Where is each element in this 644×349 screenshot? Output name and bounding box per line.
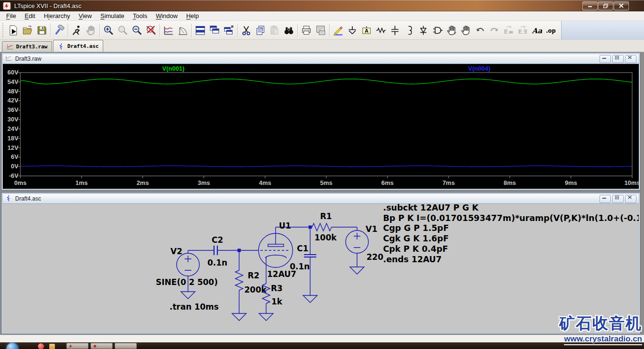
- spice-directive-line[interactable]: Cpk P K 0.4pF: [383, 244, 448, 254]
- save-icon[interactable]: [35, 23, 49, 37]
- diode-icon[interactable]: [416, 23, 430, 37]
- waveform-window-titlebar[interactable]: Draft3.raw: [2, 54, 639, 64]
- capacitor-icon[interactable]: [388, 23, 402, 37]
- zoom-area-icon[interactable]: [116, 23, 130, 37]
- run-icon[interactable]: [6, 23, 20, 37]
- schematic-window-titlebar[interactable]: Draft4.asc: [2, 193, 639, 204]
- drag-icon[interactable]: [459, 23, 473, 37]
- cut-icon[interactable]: [239, 23, 253, 37]
- taskbar-button-ltspice[interactable]: [66, 343, 89, 349]
- print-icon[interactable]: [299, 23, 313, 37]
- minimize-button[interactable]: [582, 1, 598, 10]
- cascade-windows-icon[interactable]: [207, 23, 222, 37]
- menu-help[interactable]: Help: [182, 12, 203, 20]
- trace-label-vn004[interactable]: V(n004): [468, 65, 491, 72]
- component-label[interactable]: 200k: [244, 285, 267, 294]
- component-label[interactable]: C1: [297, 244, 308, 253]
- paste-icon[interactable]: [268, 23, 282, 37]
- toolbar-grip[interactable]: [2, 23, 4, 37]
- close-button[interactable]: [614, 1, 629, 10]
- zoom-full-icon[interactable]: [144, 23, 158, 37]
- menu-view[interactable]: View: [74, 12, 96, 20]
- plot-settings-icon[interactable]: [161, 23, 176, 37]
- component-label[interactable]: R1: [320, 211, 332, 221]
- spice-directive-line[interactable]: .subckt 12AU7 P G K: [383, 204, 479, 212]
- component-label[interactable]: C2: [212, 235, 223, 245]
- schematic-close-button[interactable]: [625, 195, 636, 203]
- component-label[interactable]: U1: [279, 221, 291, 230]
- menu-file[interactable]: File: [2, 12, 20, 20]
- waveform-restore-button[interactable]: [612, 55, 624, 63]
- fft-icon[interactable]: [176, 23, 190, 37]
- spice-directive-icon[interactable]: .op: [544, 23, 558, 37]
- schematic-canvas-area[interactable]: V2C20.1nSINE(0 2 500).tran 10msR2200kR31…: [2, 204, 639, 333]
- x-axis-tick-label: 7ms: [438, 179, 459, 186]
- taskbar-icon-yellow[interactable]: [49, 344, 55, 349]
- app-titlebar[interactable]: LTspice XVII - Draft4.asc: [0, 0, 644, 11]
- spice-directive-line[interactable]: Cgp G P 1.5pF: [383, 223, 449, 233]
- wire-icon[interactable]: [331, 23, 345, 37]
- run-man-icon[interactable]: [70, 23, 84, 37]
- menu-tools[interactable]: Tools: [129, 12, 152, 20]
- component-label[interactable]: 0.1n: [207, 258, 227, 267]
- component-label[interactable]: 0.1n: [290, 262, 310, 271]
- arrange-windows-icon[interactable]: [222, 23, 236, 37]
- component-label[interactable]: 1k: [271, 297, 283, 306]
- resistor-r1[interactable]: [310, 223, 357, 231]
- copy-icon[interactable]: [253, 23, 268, 37]
- spice-directive-line[interactable]: Cgk G K 1.6pF: [383, 234, 449, 243]
- menu-window[interactable]: Window: [152, 12, 182, 20]
- schematic-restore-button[interactable]: [612, 195, 624, 203]
- component-label[interactable]: R2: [248, 271, 259, 280]
- component-label[interactable]: .tran 10ms: [170, 302, 219, 312]
- taskbar-button-2[interactable]: [90, 343, 113, 349]
- zoom-in-icon[interactable]: [101, 23, 116, 37]
- undo-icon[interactable]: [473, 23, 487, 37]
- trace-vn004[interactable]: [20, 166, 632, 167]
- taskbar-button-3[interactable]: [115, 343, 137, 349]
- voltage-source-v1[interactable]: [346, 230, 368, 274]
- trace-vn001[interactable]: [20, 79, 632, 84]
- control-panel-icon[interactable]: [52, 23, 66, 37]
- component-label[interactable]: SINE(0 2 500): [156, 277, 218, 287]
- rotate-icon[interactable]: EƎ: [516, 23, 530, 37]
- menu-simulate[interactable]: Simulate: [96, 12, 129, 20]
- component-label[interactable]: R3: [271, 284, 283, 293]
- net-label-icon[interactable]: A: [359, 23, 374, 37]
- mirror-icon[interactable]: E: [501, 23, 516, 37]
- find-icon[interactable]: [282, 23, 296, 37]
- trace-label-vn001[interactable]: V(n001): [162, 65, 185, 72]
- schematic-minimize-button[interactable]: [599, 195, 611, 203]
- ground-icon[interactable]: [345, 23, 359, 37]
- tab-draft3-raw[interactable]: Draft3.raw: [2, 41, 52, 52]
- open-icon[interactable]: [20, 23, 35, 37]
- component-label[interactable]: V1: [366, 224, 377, 234]
- waveform-close-button[interactable]: [625, 55, 636, 63]
- waveform-minimize-button[interactable]: [599, 55, 611, 63]
- redo-icon[interactable]: [487, 23, 501, 37]
- start-button[interactable]: [7, 343, 18, 349]
- component-label[interactable]: V2: [170, 247, 182, 256]
- taskbar-icon-red[interactable]: [38, 343, 44, 349]
- tab-draft4-asc[interactable]: Draft4.asc: [53, 40, 103, 52]
- tile-windows-icon[interactable]: [193, 23, 207, 37]
- spice-directive-line[interactable]: Bp P K I=(0.01701593477m)*uramp(V(P,K)*l…: [383, 213, 639, 223]
- text-tool-icon[interactable]: Aa: [530, 23, 544, 37]
- menu-hierarchy[interactable]: Hierarchy: [39, 12, 74, 20]
- waveform-plot-area[interactable]: V(n001) V(n004) 60V54V48V42V36V30V24V18V…: [2, 64, 639, 189]
- capacitor-c2[interactable]: [188, 246, 259, 255]
- component-label[interactable]: 100k: [314, 233, 337, 242]
- print-preview-icon[interactable]: [313, 23, 328, 37]
- halt-icon[interactable]: [84, 23, 98, 37]
- restore-button[interactable]: [598, 1, 613, 10]
- menu-edit[interactable]: Edit: [20, 12, 39, 20]
- component-label[interactable]: 220: [367, 252, 384, 262]
- voltage-source-v2[interactable]: [177, 250, 199, 299]
- spice-directive-line[interactable]: .ends 12AU7: [383, 255, 442, 264]
- resistor-icon[interactable]: [374, 23, 388, 37]
- svg-text:A: A: [365, 28, 368, 33]
- move-icon[interactable]: [445, 23, 459, 37]
- component-icon[interactable]: [430, 23, 445, 37]
- inductor-icon[interactable]: [402, 23, 416, 37]
- zoom-out-icon[interactable]: [130, 23, 144, 37]
